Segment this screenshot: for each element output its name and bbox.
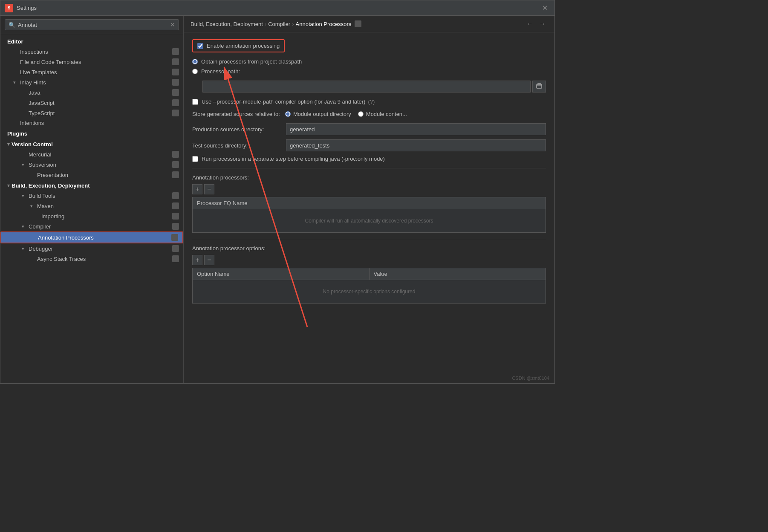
enable-annotation-label: Enable annotation processing <box>207 43 280 49</box>
sidebar-item-async-stack-traces[interactable]: Async Stack Traces <box>0 254 183 264</box>
nav-back-button[interactable]: ← <box>525 20 535 28</box>
annotation-options-toolbar: + − <box>192 255 546 265</box>
run-processors-checkbox[interactable] <box>192 156 198 162</box>
icon-typescript <box>172 110 179 116</box>
icon-inspections <box>172 48 179 55</box>
sidebar-item-subversion[interactable]: ▾ Subversion <box>0 159 183 170</box>
processor-path-radio[interactable] <box>192 69 198 74</box>
panel-content: Enable annotation processing Obtain proc… <box>184 32 554 383</box>
sidebar-item-build-tools[interactable]: ▾ Build Tools <box>0 191 183 201</box>
prod-sources-label: Production sources directory: <box>192 126 286 133</box>
clear-icon[interactable]: ✕ <box>170 21 175 28</box>
settings-tree: Editor Inspections File and Code Templat… <box>0 34 183 383</box>
close-button[interactable]: ✕ <box>540 3 550 13</box>
search-wrap[interactable]: 🔍 Annotat ✕ <box>5 19 179 30</box>
annotation-processors-section-title: Annotation processors: <box>192 174 546 181</box>
remove-option-button[interactable]: − <box>204 255 214 265</box>
remove-processor-button[interactable]: − <box>204 184 214 194</box>
sidebar-item-presentation[interactable]: Presentation <box>0 170 183 180</box>
obtain-classpath-label: Obtain processors from project classpath <box>201 58 302 65</box>
arrow-inlay-hints: ▾ <box>13 80 18 85</box>
add-option-button[interactable]: + <box>192 255 202 265</box>
module-output-radio[interactable] <box>285 111 291 117</box>
sidebar-item-javascript[interactable]: JavaScript <box>0 98 183 108</box>
sidebar-item-typescript[interactable]: TypeScript <box>0 108 183 118</box>
icon-importing <box>172 213 179 220</box>
sidebar-item-annotation-processors[interactable]: Annotation Processors <box>0 231 183 243</box>
module-content-radio-wrap: Module conten... <box>358 111 407 117</box>
sidebar-item-file-code-templates[interactable]: File and Code Templates <box>0 57 183 67</box>
store-relative-label: Store generated sources relative to: <box>192 111 280 117</box>
test-sources-input[interactable] <box>286 139 546 151</box>
breadcrumb-part1: Build, Execution, Deployment <box>191 21 263 27</box>
test-sources-label: Test sources directory: <box>192 142 286 149</box>
run-processors-row: Run processors in a separate step before… <box>192 156 546 162</box>
icon-inlay-hints <box>172 79 179 86</box>
no-options-note: No processor-specific options configured <box>192 280 546 304</box>
main-panel: Build, Execution, Deployment › Compiler … <box>184 16 554 383</box>
processor-path-row-radio: Processor path: <box>192 68 546 75</box>
sidebar-item-inspections[interactable]: Inspections <box>0 46 183 57</box>
arrow-maven: ▾ <box>30 203 35 209</box>
search-input[interactable]: Annotat <box>18 22 170 28</box>
sidebar-item-inlay-hints[interactable]: ▾ Inlay Hints <box>0 77 183 87</box>
value-header: Value <box>370 268 546 280</box>
icon-live-templates <box>172 69 179 75</box>
icon-compiler <box>172 223 179 230</box>
arrow-build-tools: ▾ <box>22 193 27 199</box>
breadcrumb-part3: Annotation Processors <box>296 21 352 27</box>
version-control-section-header: ▾ Version Control <box>0 139 183 149</box>
sidebar-item-debugger[interactable]: ▾ Debugger <box>0 243 183 254</box>
icon-presentation <box>172 171 179 178</box>
sidebar-item-live-templates[interactable]: Live Templates <box>0 67 183 77</box>
module-output-label: Module output directory <box>293 111 351 117</box>
sidebar: 🔍 Annotat ✕ Editor Inspections <box>0 16 184 383</box>
icon-async-stack-traces <box>172 255 179 262</box>
arrow-subversion: ▾ <box>22 162 27 168</box>
sidebar-item-importing[interactable]: Importing <box>0 211 183 221</box>
sidebar-item-mercurial[interactable]: Mercurial <box>0 149 183 159</box>
enable-annotation-checkbox[interactable] <box>197 43 203 49</box>
use-module-path-row: Use --processor-module-path compiler opt… <box>192 98 546 105</box>
processor-path-input[interactable] <box>202 81 531 93</box>
obtain-classpath-radio[interactable] <box>192 59 198 64</box>
sidebar-item-intentions[interactable]: Intentions <box>0 118 183 128</box>
processor-path-input-row <box>192 81 546 93</box>
breadcrumb-sep1: › <box>265 21 266 27</box>
prod-sources-input[interactable] <box>286 123 546 135</box>
sidebar-item-compiler[interactable]: ▾ Compiler <box>0 221 183 231</box>
breadcrumb-sep2: › <box>292 21 294 27</box>
enable-annotation-row: Enable annotation processing <box>192 39 285 52</box>
nav-forward-button[interactable]: → <box>537 20 548 28</box>
window-title: Settings <box>17 5 540 11</box>
arrow-debugger: ▾ <box>22 246 27 252</box>
run-processors-label: Run processors in a separate step before… <box>202 156 385 162</box>
main-panel-wrapper: Build, Execution, Deployment › Compiler … <box>184 16 554 383</box>
build-exec-section-header: ▾ Build, Execution, Deployment <box>0 180 183 191</box>
breadcrumb-nav: ← → <box>525 20 548 28</box>
annotation-processors-toolbar: + − <box>192 184 546 194</box>
module-content-radio[interactable] <box>358 111 364 117</box>
obtain-classpath-row: Obtain processors from project classpath <box>192 58 546 65</box>
sidebar-item-java[interactable]: Java <box>0 87 183 98</box>
search-section: 🔍 Annotat ✕ <box>0 16 183 34</box>
processor-path-label: Processor path: <box>201 68 240 75</box>
editor-section-header: Editor <box>0 36 183 46</box>
use-module-path-checkbox[interactable] <box>192 99 198 105</box>
icon-subversion <box>172 161 179 168</box>
breadcrumb-part2: Compiler <box>268 21 290 27</box>
module-content-label: Module conten... <box>366 111 407 117</box>
sidebar-item-maven[interactable]: ▾ Maven <box>0 201 183 211</box>
arrow-vc: ▾ <box>7 142 10 147</box>
svg-rect-2 <box>537 84 542 88</box>
add-processor-button[interactable]: + <box>192 184 202 194</box>
prod-sources-row: Production sources directory: <box>192 123 546 135</box>
separator-2 <box>192 239 546 239</box>
browse-button[interactable] <box>532 81 546 93</box>
module-output-radio-wrap: Module output directory <box>285 111 351 117</box>
separator-1 <box>192 168 546 168</box>
search-icon: 🔍 <box>9 22 15 28</box>
arrow-build-exec: ▾ <box>7 183 10 188</box>
icon-build-tools <box>172 192 179 199</box>
title-bar: S Settings ✕ <box>0 0 554 16</box>
